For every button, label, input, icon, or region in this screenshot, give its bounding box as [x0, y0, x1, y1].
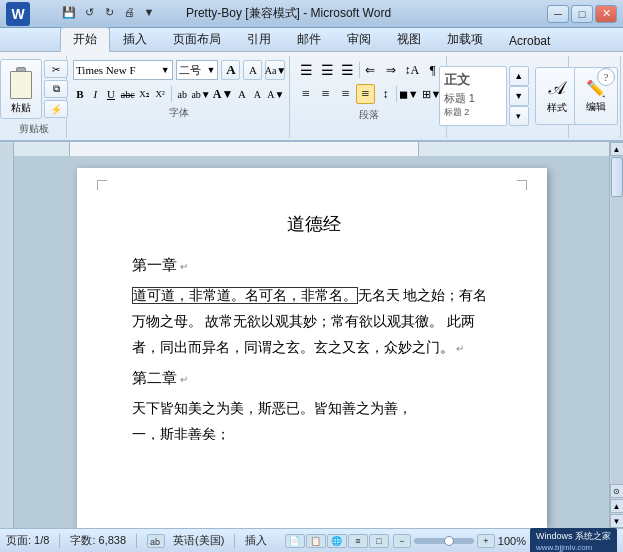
- justify-button[interactable]: ≡: [356, 84, 375, 104]
- grow-font-button[interactable]: A: [221, 60, 240, 80]
- document-area: 道德经 第一章 ↵ 道可道，非常道。名可名，非常名。无名天 地之始；有名万物之母…: [0, 142, 623, 528]
- increase-indent-button[interactable]: ⇒: [381, 60, 401, 80]
- para1-mark: ↵: [454, 343, 465, 354]
- line-spacing-button[interactable]: ↕: [376, 84, 395, 104]
- strikethrough-button[interactable]: abc: [120, 84, 136, 104]
- tab-home[interactable]: 开始: [60, 27, 110, 52]
- page-info: 页面: 1/8: [6, 533, 49, 548]
- redo-quick-btn[interactable]: ↻: [100, 4, 118, 20]
- styles-down-button[interactable]: ▼: [509, 86, 529, 106]
- document-page[interactable]: 道德经 第一章 ↵ 道可道，非常道。名可名，非常名。无名天 地之始；有名万物之母…: [77, 168, 547, 528]
- divider: [171, 86, 172, 102]
- sep2: [136, 534, 137, 548]
- scroll-up-button[interactable]: ▲: [610, 142, 624, 156]
- underline-button[interactable]: U: [104, 84, 118, 104]
- numbering-button[interactable]: ☰: [317, 60, 337, 80]
- styles-icon: 𝒜: [549, 78, 564, 99]
- print-quick-btn[interactable]: 🖨: [120, 4, 138, 20]
- font-name-dropdown[interactable]: Times New F ▼: [73, 60, 173, 80]
- outline-btn[interactable]: ≡: [348, 534, 368, 548]
- scroll-thumb[interactable]: [611, 157, 623, 197]
- styles-content: 正文 标题 1 标题 2 ▲ ▼ ▾ 𝒜 样式: [439, 58, 579, 134]
- save-quick-btn[interactable]: 💾: [60, 4, 78, 20]
- italic-button[interactable]: I: [89, 84, 103, 104]
- clipboard-small-btns: ✂ ⧉ ⚡: [44, 60, 68, 118]
- subscript-button[interactable]: X₂: [138, 84, 152, 104]
- change-case-button[interactable]: Aa▼: [265, 60, 285, 80]
- zoom-out-button[interactable]: −: [393, 534, 411, 548]
- full-reading-btn[interactable]: 📋: [306, 534, 326, 548]
- tab-addins[interactable]: 加载项: [434, 27, 496, 51]
- font-shade-button[interactable]: A: [235, 84, 249, 104]
- shrink-font-button[interactable]: A: [243, 60, 262, 80]
- font-size-dropdown[interactable]: 二号 ▼: [176, 60, 219, 80]
- scrollbar-vertical[interactable]: ▲ ⊙ ▲ ▼: [609, 142, 623, 528]
- title-bar-left: W 💾 ↺ ↻ 🖨 ▼: [6, 2, 30, 26]
- font-format-row: B I U abc X₂ X² ab ab▼ A▼ A A A▼: [73, 84, 285, 104]
- web-layout-btn[interactable]: 🌐: [327, 534, 347, 548]
- font-color-button[interactable]: A▼: [213, 84, 233, 104]
- body-paragraph-1: 道可道，非常道。名可名，非常名。无名天 地之始；有名万物之母。 故常无欲以观其妙…: [132, 283, 497, 361]
- zoom-in-button[interactable]: +: [477, 534, 495, 548]
- scroll-track: [611, 156, 623, 484]
- font-name-arrow: ▼: [161, 65, 170, 75]
- shading-button[interactable]: ◼▼: [398, 84, 420, 104]
- close-button[interactable]: ✕: [595, 5, 617, 23]
- ruler-horizontal: [14, 142, 609, 156]
- tab-view[interactable]: 视图: [384, 27, 434, 51]
- styles-up-button[interactable]: ▲: [509, 66, 529, 86]
- prev-page-button[interactable]: ▲: [610, 499, 624, 513]
- align-right-button[interactable]: ≡: [336, 84, 355, 104]
- editing-label: 编辑: [586, 100, 606, 114]
- style-normal: 正文: [444, 71, 502, 89]
- undo-quick-btn[interactable]: ↺: [80, 4, 98, 20]
- styles-more-button[interactable]: ▾: [509, 106, 529, 126]
- divider2: [359, 62, 360, 78]
- chapter1-text: 第一章: [132, 257, 177, 273]
- font-label: 字体: [169, 106, 189, 120]
- sep1: [59, 534, 60, 548]
- decrease-indent-button[interactable]: ⇐: [361, 60, 381, 80]
- custom-quick-btn[interactable]: ▼: [140, 4, 158, 20]
- spellcheck-icon[interactable]: ab: [147, 534, 165, 548]
- body-paragraph-2-overflow: 一，斯非善矣；: [132, 422, 497, 440]
- ribbon-group-styles: 正文 标题 1 标题 2 ▲ ▼ ▾ 𝒜 样式: [449, 56, 569, 138]
- paste-button[interactable]: 粘贴: [0, 59, 42, 119]
- superscript-button[interactable]: X²: [153, 84, 167, 104]
- styles-gallery[interactable]: 正文 标题 1 标题 2: [439, 66, 507, 126]
- minimize-button[interactable]: ─: [547, 5, 569, 23]
- center-button[interactable]: ≡: [316, 84, 335, 104]
- clear-format-button[interactable]: A▼: [266, 84, 285, 104]
- tab-mailings[interactable]: 邮件: [284, 27, 334, 51]
- tab-insert[interactable]: 插入: [110, 27, 160, 51]
- copy-button[interactable]: ⧉: [44, 80, 68, 98]
- multilevel-button[interactable]: ☰: [338, 60, 358, 80]
- ribbon-help-button[interactable]: ?: [597, 68, 615, 86]
- sort-button[interactable]: ↕A: [402, 60, 422, 80]
- restore-button[interactable]: □: [571, 5, 593, 23]
- tab-references[interactable]: 引用: [234, 27, 284, 51]
- text-effect-button[interactable]: ab: [176, 84, 190, 104]
- tab-review[interactable]: 审阅: [334, 27, 384, 51]
- print-layout-btn[interactable]: 📄: [285, 534, 305, 548]
- body-paragraph-2: 天下皆知美之为美，斯恶已。皆知善之为善，: [132, 396, 497, 422]
- bold-button[interactable]: B: [73, 84, 87, 104]
- font-border-button[interactable]: A: [251, 84, 265, 104]
- align-left-button[interactable]: ≡: [296, 84, 315, 104]
- word-logo-icon: W: [6, 2, 30, 26]
- ribbon-group-clipboard: 粘贴 ✂ ⧉ ⚡ 剪贴板: [2, 56, 67, 138]
- bullets-button[interactable]: ☰: [296, 60, 316, 80]
- format-painter-button[interactable]: ⚡: [44, 100, 68, 118]
- svg-text:ab: ab: [150, 537, 160, 547]
- font-size-value: 二号: [179, 63, 201, 78]
- cut-button[interactable]: ✂: [44, 60, 68, 78]
- tab-acrobat[interactable]: Acrobat: [496, 30, 563, 51]
- zoom-slider[interactable]: [414, 538, 474, 544]
- select-browse-button[interactable]: ⊙: [610, 484, 624, 498]
- tab-pagelayout[interactable]: 页面布局: [160, 27, 234, 51]
- status-bar: 页面: 1/8 字数: 6,838 ab 英语(美国) 插入 📄 📋 🌐 ≡ □…: [0, 528, 623, 552]
- draft-btn[interactable]: □: [369, 534, 389, 548]
- zoom-thumb[interactable]: [444, 536, 454, 546]
- next-page-button[interactable]: ▼: [610, 514, 624, 528]
- highlight-button[interactable]: ab▼: [191, 84, 211, 104]
